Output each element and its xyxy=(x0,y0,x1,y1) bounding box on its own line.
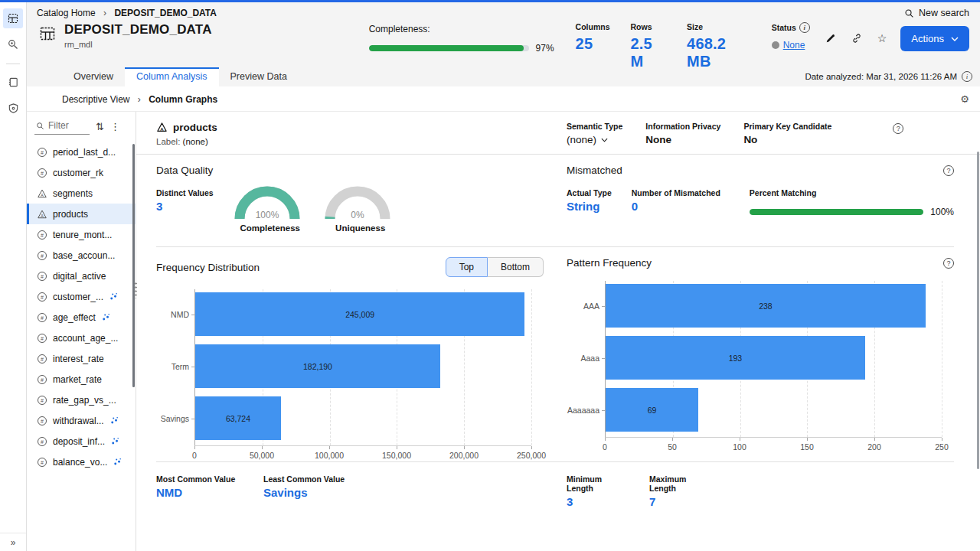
page-header: Catalog Home › DEPOSIT_DEMO_DATA New sea… xyxy=(27,2,980,67)
sidebar-column-market_rate[interactable]: #market_rate xyxy=(27,369,136,390)
sidebar-column-digital_active[interactable]: #digital_active xyxy=(27,266,136,286)
column-name-label: deposit_inf... xyxy=(53,436,105,447)
column-name-label: balance_vo... xyxy=(53,457,107,468)
toggle-top-button[interactable]: Top xyxy=(446,257,488,277)
ai-suggested-icon xyxy=(113,458,122,466)
dataset-stat: Rows2.5 M xyxy=(631,22,667,70)
string-type-icon: A xyxy=(156,122,168,133)
dataset-stats: Columns25Rows2.5 MSize468.2 MB xyxy=(576,22,749,70)
distinct-values: Distinct Values 3 xyxy=(156,188,214,233)
sidebar-column-withdrawal[interactable]: #withdrawal... xyxy=(27,410,136,431)
settings-gear-icon[interactable]: ⚙ xyxy=(960,93,969,105)
tab-column-analysis[interactable]: Column Analysis xyxy=(125,67,218,86)
numeric-type-icon: # xyxy=(37,271,47,282)
status-info-icon[interactable]: i xyxy=(799,22,810,33)
sidebar-column-rate_gap_vs_[interactable]: #rate_gap_vs_... xyxy=(27,390,136,410)
status-none-link[interactable]: None xyxy=(783,40,805,51)
mismatched-help-icon[interactable]: ? xyxy=(943,165,954,176)
semantic-type-dropdown[interactable]: (none) xyxy=(567,134,622,145)
tab-overview[interactable]: Overview xyxy=(62,67,125,86)
pattern-help-icon[interactable]: ? xyxy=(943,258,954,269)
maximum-length: Maximum Length 7 xyxy=(649,474,709,508)
bar-value-label: 193 xyxy=(729,354,743,363)
sort-icon[interactable]: ⇅ xyxy=(96,122,104,132)
new-search-button[interactable]: New search xyxy=(904,8,969,18)
expand-rail-button[interactable]: » xyxy=(0,533,26,551)
column-name-label: period_last_d... xyxy=(53,147,116,158)
information-privacy-value: None xyxy=(645,134,720,145)
sidebar-column-period_last_d[interactable]: #period_last_d... xyxy=(27,142,136,162)
sidebar-column-base_accoun[interactable]: #base_accoun... xyxy=(27,245,136,266)
notebook-nav-button[interactable] xyxy=(3,72,23,92)
bar-value-label: 245,009 xyxy=(345,310,374,319)
sidebar-column-deposit_inf[interactable]: #deposit_inf... xyxy=(27,431,136,452)
link-icon[interactable] xyxy=(851,33,862,44)
sidebar-column-customer_rk[interactable]: #customer_rk xyxy=(27,162,136,183)
numeric-type-icon: # xyxy=(37,333,47,344)
catalog-nav-button[interactable] xyxy=(3,8,23,28)
sidebar-column-tenure_mont[interactable]: #tenure_mont... xyxy=(27,224,136,245)
svg-text:#: # xyxy=(41,418,44,423)
date-analyzed-info-icon[interactable]: i xyxy=(962,71,972,82)
column-name-label: age_effect xyxy=(53,312,96,323)
sidebar-column-balance_vo[interactable]: #balance_vo... xyxy=(27,452,136,472)
status-dot xyxy=(772,41,779,49)
actions-button[interactable]: Actions xyxy=(900,26,969,51)
numeric-type-icon: # xyxy=(37,374,47,385)
column-name-label: withdrawal... xyxy=(53,416,104,426)
favorite-star-icon[interactable]: ☆ xyxy=(877,33,887,44)
descriptive-view-link[interactable]: Descriptive View xyxy=(62,94,129,105)
bar-value-label: 238 xyxy=(759,302,773,311)
notebook-icon xyxy=(8,77,19,88)
sidebar-column-interest_rate[interactable]: #interest_rate xyxy=(27,348,136,369)
column-name-label: products xyxy=(53,209,88,220)
filter-input[interactable] xyxy=(48,120,87,131)
frequency-distribution-section: Frequency Distribution TopBottom NMD245,… xyxy=(156,247,544,461)
column-name-label: account_age_... xyxy=(53,333,118,344)
bar-value-label: 69 xyxy=(648,406,657,415)
main-scrollbar[interactable] xyxy=(977,152,979,469)
overflow-menu-icon[interactable]: ⋮ xyxy=(110,122,120,132)
numeric-type-icon: # xyxy=(37,312,47,323)
x-axis-tick-label: 50 xyxy=(668,442,677,452)
sidebar-column-customer_[interactable]: #customer_... xyxy=(27,286,136,307)
page-title: DEPOSIT_DEMO_DATA xyxy=(64,22,212,37)
numeric-type-icon: # xyxy=(37,457,47,468)
bar-row: Savings63,724 xyxy=(195,396,531,440)
mismatched-section: Mismatched ? Actual Type String Number o… xyxy=(567,155,954,246)
svg-text:A: A xyxy=(41,192,44,197)
breadcrumb-catalog-home-link[interactable]: Catalog Home xyxy=(37,8,96,18)
percent-matching-bar xyxy=(750,209,923,215)
rail-divider xyxy=(6,64,20,64)
filter-field[interactable] xyxy=(34,119,90,135)
governance-nav-button[interactable] xyxy=(3,98,23,118)
completeness-progress-bar xyxy=(369,45,529,51)
chevron-down-icon xyxy=(951,37,959,41)
least-common-value: Least Common Value Savings xyxy=(263,474,348,508)
column-name-label: interest_rate xyxy=(53,354,104,364)
sidebar-column-segments[interactable]: Asegments xyxy=(27,183,136,204)
bar-row: Aaaaaaa69 xyxy=(606,388,942,432)
subnav-separator: › xyxy=(138,94,141,105)
bar-row: Aaaa193 xyxy=(606,336,942,380)
shield-icon xyxy=(8,103,19,114)
sidebar-column-products[interactable]: Aproducts xyxy=(27,204,136,224)
svg-text:#: # xyxy=(41,459,44,465)
toggle-bottom-button[interactable]: Bottom xyxy=(488,257,544,277)
sidebar-column-account_age_[interactable]: #account_age_... xyxy=(27,328,136,348)
left-icon-rail: » xyxy=(0,2,27,551)
sidebar-scrollbar[interactable] xyxy=(132,144,135,387)
pattern-bar-chart: AAA238Aaaa193Aaaaaaa69050100150200250 xyxy=(567,281,954,453)
svg-text:#: # xyxy=(41,232,44,237)
metadata-search-nav-button[interactable] xyxy=(3,34,23,54)
tab-bar: OverviewColumn AnalysisPreview Data Date… xyxy=(27,67,980,86)
breadcrumb-separator: › xyxy=(103,8,106,18)
x-axis-tick-label: 150,000 xyxy=(382,451,411,460)
column-name-label: segments xyxy=(53,188,93,199)
svg-text:#: # xyxy=(41,273,44,279)
edit-icon[interactable] xyxy=(825,33,836,44)
column-help-icon[interactable]: ? xyxy=(893,123,903,134)
actual-type: Actual Type String xyxy=(567,188,612,217)
tab-preview-data[interactable]: Preview Data xyxy=(219,67,299,86)
sidebar-column-age_effect[interactable]: #age_effect xyxy=(27,307,136,328)
